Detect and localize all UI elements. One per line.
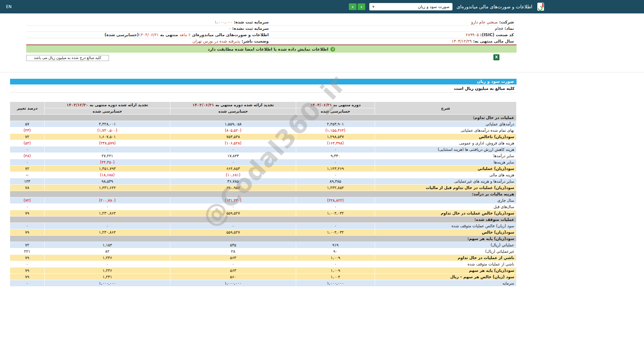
section-label: عملیات در حال تداوم: — [10, 115, 517, 121]
field-label: سال مالی منتهی به: — [472, 39, 514, 44]
value-cell: (۴۴,۳۵۰) — [45, 159, 170, 166]
value-cell: ۰ — [170, 261, 296, 267]
row-label: سایر درآمدها و هزینه های غیرعملیاتی — [375, 178, 517, 185]
value-cell: ۱,۲۳۰,۸۶۴ — [45, 229, 170, 236]
section-row: هزینه مالیات بر درآمد: — [10, 191, 517, 197]
value-cell: ۷۲ — [10, 134, 45, 140]
value-cell: ۸۲ — [45, 248, 170, 255]
section-row: عملیات متوقف شده: — [10, 217, 517, 223]
row-label: غیرعملیاتي (ریال) — [375, 248, 517, 255]
col-header-period-restated-annual: تجدید ارائه شده دوره منتهی به ۱۴۰۳/۱۲/۳۰ — [45, 102, 170, 108]
field-label: شرکت: — [498, 20, 514, 24]
value-cell: ۰ — [296, 261, 375, 267]
field-value: ۶ ماهه — [179, 33, 191, 37]
row-label: عملیاتي (ریال) — [375, 242, 517, 248]
language-toggle-en[interactable]: EN — [6, 0, 12, 13]
period-prefix: تجدید ارائه شده دوره منتهی به — [88, 103, 148, 107]
value-cell: ۱,۱۴۳,۴۶۹ — [296, 166, 375, 172]
value-cell: ۱۷,۸۴۳ — [170, 153, 296, 159]
field-label: وضعیت ناشر: — [240, 39, 269, 44]
value-cell: ۰ — [45, 204, 170, 210]
value-cell: ۱,۰۰۰,۰۰۰ — [170, 280, 296, 287]
row-label: سایر هزینه‌ها — [375, 159, 517, 166]
value-cell: ۸۹,۳۸۵ — [296, 178, 375, 185]
value-cell: ۰ — [170, 159, 296, 166]
signature-match-alert: i اطلاعات نمایش داده شده با اطلاعات امضا… — [26, 46, 517, 53]
value-cell: ۷۹ — [10, 210, 45, 217]
section-row: سود(زیان) پایه هر سهم: — [10, 236, 517, 242]
value-cell: (۲۳۸,۵۷۹) — [45, 140, 170, 146]
col-subheader-audited: حسابرسی شده — [170, 108, 296, 115]
prev-period-button[interactable]: ‹ — [349, 3, 357, 10]
company-info-cell: اطلاعات و صورت‌های مالی میاندوره‌ای ۶ ما… — [26, 32, 271, 38]
company-info-cell: کد صنعت (ISIC): ۲۸۹۹۰۵ — [271, 32, 517, 38]
company-info-cell: سال مالی منتهی به: ۱۴۰۴/۱۲/۲۹ — [271, 38, 517, 45]
field-label: (حسابرسی شده) — [104, 33, 139, 37]
company-info-cell: شرکت: صنعتي جام دارو — [271, 19, 517, 25]
section-row: عملیات در حال تداوم: — [10, 115, 517, 121]
value-cell: ۷۸ — [10, 185, 45, 191]
row-label: سود (زیان) خالص هر سهم – ریال — [375, 274, 517, 280]
value-cell: ۷۲ — [10, 166, 45, 172]
value-cell: (۱۸,۶۸۸) — [45, 172, 170, 178]
value-cell: (۸۰۵,۵۲۰) — [170, 127, 296, 134]
value-cell: ۱,۲۹۸,۵۳۷ — [296, 134, 375, 140]
value-cell: ۷۹ — [10, 229, 45, 236]
income-statement-body: عملیات در حال تداوم:درآمدهاي عملياتي۲,۴۵… — [10, 115, 517, 287]
row-label: بهای تمام شده درآمدهای عملیاتی — [375, 127, 517, 134]
value-cell: ۹۸,۵۳۹ — [45, 178, 170, 185]
value-cell: ۳۶,۷۸۵ — [170, 178, 296, 185]
value-cell: ۱۴۳ — [10, 178, 45, 185]
field-value: ۲۸۹۹۰۵ — [466, 33, 479, 37]
value-cell: ۲۸ — [170, 248, 296, 255]
alert-text: اطلاعات نمایش داده شده با اطلاعات امضا ش… — [208, 47, 328, 52]
value-cell: (۲۲۸,۸۲۲) — [296, 197, 375, 204]
value-cell: ۱,۳۵۱,۷۹۳ — [45, 166, 170, 172]
company-info-row: شرکت: صنعتي جام داروسرمایه ثبت شده: ۱,۰۰… — [26, 19, 517, 25]
value-cell: ۰ — [10, 223, 45, 229]
value-cell: ۱,۰۰۴ — [296, 274, 375, 280]
data-row: سود(زیان) خالص عملیات در حال تداوم۱,۰۰۴,… — [10, 210, 517, 217]
row-label: سود(زیان) پایه هر سهم — [375, 267, 517, 274]
data-row: سایر درآمدها۹,۳۳۰۱۷,۸۴۳۲۷,۲۲۱(۴۸) — [10, 153, 517, 159]
value-cell: ۰ — [10, 280, 45, 287]
data-row: غیرعملیاتي (ریال)۹۰۲۸۸۲۲۲۱ — [10, 248, 517, 255]
field-value: ۱۴۰۴/۱۲/۲۹ — [451, 39, 472, 44]
period-nav: › ‹ — [349, 3, 365, 10]
field-value: فجام — [495, 26, 503, 31]
row-label: هزینه های فروش، اداری و عمومی — [375, 140, 517, 146]
value-cell: ۷۹ — [10, 267, 45, 274]
value-cell: ۱,۰۰۰,۰۰۰ — [296, 280, 375, 287]
period-prefix: تجدید ارائه شده دوره منتهی به — [214, 103, 274, 107]
period-date: ۱۴۰۳/۰۶/۳۱ — [193, 103, 214, 107]
value-cell: ۰ — [296, 223, 375, 229]
info-icon: i — [330, 47, 335, 52]
value-cell: ۱,۲۳۶ — [45, 255, 170, 261]
col-header-desc: شرح — [375, 102, 517, 115]
value-cell: ۹,۳۳۰ — [296, 153, 375, 159]
row-label: ناشي از عملیات متوقف شده — [375, 261, 517, 267]
excel-export-button[interactable]: X — [493, 54, 499, 60]
next-period-button[interactable]: › — [358, 3, 365, 10]
value-cell: ۵۵۹,۵۲۷ — [170, 210, 296, 217]
value-cell: ۶۶۴,۸۵۳ — [170, 166, 296, 172]
row-label: سال‌های قبل — [375, 204, 517, 210]
field-label: سرمایه ثبت شده: — [232, 20, 269, 24]
report-select-value: صورت سود و زیان — [418, 4, 449, 9]
value-cell: ۰ — [10, 159, 45, 166]
company-info-cell: سرمایه ثبت شده: ۱,۰۰۰,۰۰۰ — [26, 19, 271, 25]
field-label: نماد: — [503, 26, 514, 31]
codal-logo-svg — [536, 2, 545, 11]
value-cell: (۷۴) — [10, 197, 45, 204]
value-cell: ۵۶۳ — [170, 255, 296, 261]
value-cell: ۱,۰۰۰,۰۰۰ — [45, 280, 170, 287]
value-cell: ۷۹ — [10, 255, 45, 261]
value-cell: (۱۳۱,۴۳۰) — [170, 197, 296, 204]
table-header: شرح دوره منتهی به ۱۴۰۴/۰۶/۳۱ تجدید ارائه… — [10, 102, 517, 115]
data-row: هزینه کاهش ارزش دریافتنی ها (هزینه استثن… — [10, 146, 517, 153]
report-type-select[interactable]: صورت سود و زیان ▼ — [369, 3, 452, 10]
value-cell: (۱۰,۶۸۱) — [170, 172, 296, 178]
value-cell: ۱,۵۵۹,۰۵۸ — [170, 121, 296, 127]
col-header-change: درصد تغییر — [10, 102, 45, 115]
section-label: سود(زیان) پایه هر سهم: — [10, 236, 517, 242]
